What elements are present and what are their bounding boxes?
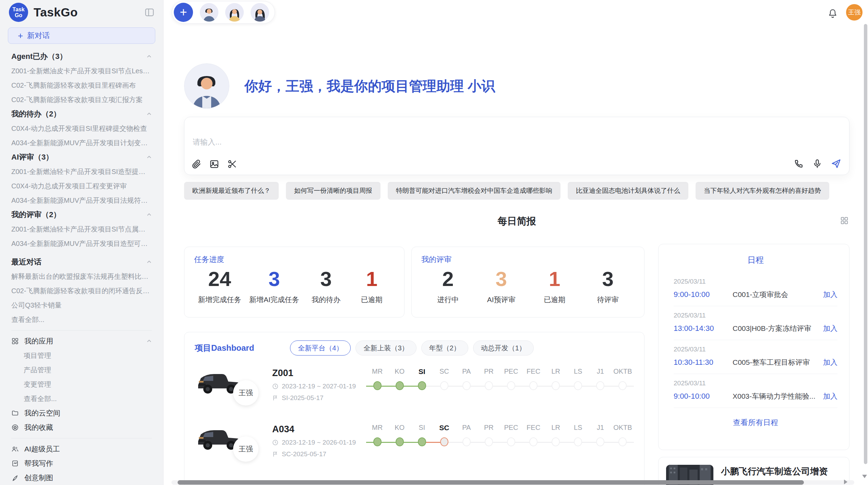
- image-icon[interactable]: [209, 159, 219, 169]
- list-item[interactable]: A034-全新新能源MUV产品开发项目造型可行性评审: [8, 236, 155, 251]
- list-item[interactable]: 公司Q3轻卡销量: [8, 298, 155, 312]
- people-icon: [11, 445, 19, 453]
- schedule-item[interactable]: 2025/03/11 9:00-10:00 X003-车辆动力学性能验... 加…: [674, 374, 837, 408]
- news-title: 小鹏飞行汽车制造公司增资: [721, 465, 842, 477]
- card-title: 我的评审: [421, 254, 635, 265]
- sidebar-header: Task Go TaskGo: [0, 0, 163, 25]
- list-item[interactable]: 解释最新出台的欧盟报废车法规再生塑料比例被调至15%...: [8, 269, 155, 284]
- sidebar-item-ai-super-staff[interactable]: AI超级员工: [8, 442, 155, 456]
- chat-composer[interactable]: 请输入...: [184, 117, 849, 175]
- sidebar-item-creative-drawing[interactable]: 创意制图: [8, 471, 155, 485]
- app-logo: Task Go: [9, 3, 28, 22]
- suggestion-chip[interactable]: 欧洲新规最近颁布了什么？: [184, 182, 279, 200]
- project-row-a034[interactable]: 王强 A034 2023-12-19 ~ 2026-01-19 SC-2025-…: [195, 414, 634, 468]
- schedule-time: 9:00-10:00: [674, 392, 733, 401]
- list-item[interactable]: C02-飞腾新能源轻客改款项目立项汇报方案: [8, 92, 155, 107]
- suggestion-chip[interactable]: 当下年轻人对汽车外观有怎样的喜好趋势: [696, 182, 829, 200]
- list-item[interactable]: Z001-全新燃油轻卡产品开发项目SI造型提交物评审: [8, 164, 155, 179]
- suggestion-chip[interactable]: 如何写一份清晰的项目周报: [286, 182, 381, 200]
- list-item[interactable]: C02-飞腾新能源轻客改款项目里程碑画布: [8, 78, 155, 92]
- schedule-item[interactable]: 2025/03/11 10:30-11:30 C005-整车工程目标评审 加入: [674, 340, 837, 374]
- schedule-date: 2025/03/11: [674, 380, 837, 387]
- owner-badge: 王强: [233, 380, 258, 406]
- flag-icon: [272, 395, 278, 401]
- section-my-todo[interactable]: 我的待办（2）: [8, 107, 155, 121]
- suggestion-chip[interactable]: 特朗普可能对进口汽车增税会对中国车企造成哪些影响: [388, 182, 560, 200]
- agent-avatar-1[interactable]: [200, 3, 218, 22]
- attach-icon[interactable]: [191, 159, 202, 169]
- section-recent-chats[interactable]: 最近对话: [8, 255, 155, 269]
- suggestion-chip[interactable]: 比亚迪全固态电池计划具体说了什么: [568, 182, 688, 200]
- milestone-dot: [440, 381, 448, 390]
- view-all-chats[interactable]: 查看全部...: [8, 312, 155, 327]
- milestone-dot: [507, 381, 515, 390]
- milestone-dot: [574, 381, 582, 390]
- mic-icon[interactable]: [812, 159, 822, 169]
- send-icon[interactable]: [831, 158, 842, 169]
- list-item[interactable]: C0X4-动力总成开发项目工程变更评审: [8, 179, 155, 193]
- tab-new-body[interactable]: 全新上装（3）: [355, 340, 416, 356]
- list-item[interactable]: C0X4-动力总成开发项目SI里程碑提交物检查: [8, 121, 155, 136]
- phone-icon[interactable]: [794, 159, 804, 169]
- scroll-right-arrow[interactable]: [844, 480, 847, 484]
- collapse-sidebar-icon[interactable]: [144, 7, 155, 18]
- daily-brief-title: 每日简报: [498, 216, 536, 226]
- stat-overdue: 1 已逾期: [353, 267, 390, 304]
- right-column: 日程 2025/03/11 9:00-10:00 C001-立项审批会 加入 2…: [658, 244, 849, 485]
- tab-powertrain[interactable]: 动总开发（1）: [473, 340, 534, 356]
- chevron-up-icon[interactable]: [146, 111, 152, 117]
- agent-avatar-3[interactable]: [251, 3, 269, 22]
- tab-year-model[interactable]: 年型（2）: [421, 340, 468, 356]
- milestone-pr: PR: [478, 365, 500, 404]
- sidebar-item-cloud-space[interactable]: 我的云空间: [8, 406, 155, 420]
- stat-in-progress: 2 进行中: [429, 267, 467, 304]
- add-agent-button[interactable]: +: [174, 3, 193, 22]
- join-link[interactable]: 加入: [823, 290, 837, 299]
- agent-avatar-2[interactable]: [225, 3, 244, 22]
- vertical-scrollbar[interactable]: [864, 24, 867, 464]
- chevron-up-icon[interactable]: [146, 212, 152, 217]
- chevron-up-icon[interactable]: [146, 338, 152, 344]
- project-dates: 2023-12-19 ~ 2027-01-19: [282, 383, 356, 390]
- app-item-product-mgmt[interactable]: 产品管理: [8, 363, 155, 377]
- section-agent-done[interactable]: Agent已办（3）: [8, 49, 155, 64]
- section-ai-review[interactable]: AI评审（3）: [8, 150, 155, 164]
- join-link[interactable]: 加入: [823, 324, 837, 333]
- chevron-up-icon[interactable]: [146, 54, 152, 59]
- chevron-up-icon[interactable]: [146, 154, 152, 160]
- schedule-item[interactable]: 2025/03/11 9:00-10:00 C001-立项审批会 加入: [674, 272, 837, 306]
- milestone-j1: J1: [589, 365, 612, 404]
- chevron-up-icon[interactable]: [146, 259, 152, 265]
- list-item[interactable]: Z001-全新燃油轻卡产品开发项目SI节点属性5D文件评审: [8, 222, 155, 236]
- milestone-dot: [618, 437, 627, 446]
- app-item-change-mgmt[interactable]: 变更管理: [8, 377, 155, 391]
- schedule-date: 2025/03/11: [674, 278, 837, 285]
- milestone-dot: [373, 437, 382, 446]
- horizontal-scrollbar[interactable]: [178, 480, 804, 485]
- join-link[interactable]: 加入: [823, 391, 837, 401]
- list-item[interactable]: Z001-全新燃油皮卡产品开发项目SI节点Lesson Learn报告: [8, 64, 155, 78]
- tab-all-new-platform[interactable]: 全新平台（4）: [290, 340, 351, 356]
- section-my-review[interactable]: 我的评审（2）: [8, 208, 155, 222]
- view-all-apps[interactable]: 查看全部...: [8, 391, 155, 406]
- app-item-project-mgmt[interactable]: 项目管理: [8, 348, 155, 363]
- milestone-dot: [574, 437, 582, 446]
- schedule-item[interactable]: 2025/03/11 13:00-14:30 C003|H0B-方案冻结评审 加…: [674, 306, 837, 340]
- sidebar-item-help-me-write[interactable]: 帮我写作: [8, 456, 155, 471]
- scroll-down-arrow[interactable]: [862, 475, 867, 478]
- scissors-icon[interactable]: [227, 159, 237, 169]
- join-link[interactable]: 加入: [823, 358, 837, 367]
- card-title: 任务进度: [194, 254, 395, 265]
- list-item[interactable]: A034-全新新能源MUV产品开发项目计划变更表编写: [8, 136, 155, 150]
- view-all-schedule-link[interactable]: 查看所有日程: [674, 418, 837, 428]
- sidebar-item-favorites[interactable]: 我的收藏: [8, 420, 155, 435]
- layout-grid-icon[interactable]: [840, 216, 849, 225]
- list-item[interactable]: C02-飞腾新能源轻客改款项目的闭环通告反馈情况: [8, 284, 155, 298]
- schedule-event-title: C003|H0B-方案冻结评审: [733, 324, 823, 333]
- milestone-fec: FEC: [522, 365, 545, 404]
- project-row-z001[interactable]: 王强 Z001 2023-12-19 ~ 2027-01-19 SI-2025-…: [195, 358, 634, 412]
- list-item[interactable]: A034-全新新能源MUV产品开发项目法规符合性评审: [8, 193, 155, 208]
- sidebar-item-my-apps[interactable]: 我的应用: [8, 334, 155, 348]
- milestone-j1: J1: [589, 422, 612, 460]
- new-chat-button[interactable]: + 新对话: [8, 27, 155, 44]
